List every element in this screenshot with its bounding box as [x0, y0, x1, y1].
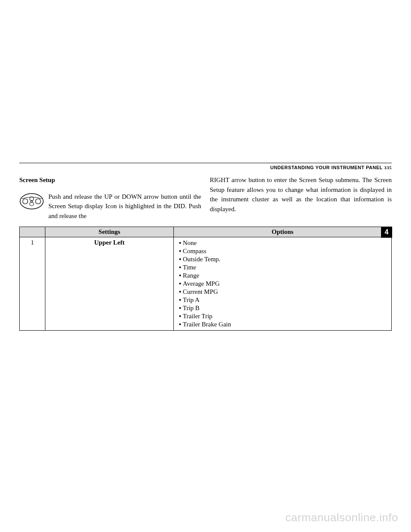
svg-point-0: [20, 194, 43, 209]
svg-point-2: [36, 199, 41, 204]
settings-table: Settings Options 1 Upper Left None Compa…: [19, 227, 392, 331]
option-item: Compass: [179, 247, 388, 255]
option-item: Average MPG: [179, 280, 388, 288]
option-item: Trailer Trip: [179, 312, 388, 320]
option-item: Time: [179, 263, 388, 272]
row-options: None Compass Outside Temp. Time Range Av…: [174, 237, 392, 331]
table-row: 1 Upper Left None Compass Outside Temp. …: [20, 237, 392, 331]
dpad-icon: [19, 193, 44, 213]
page-header: UNDERSTANDING YOUR INSTRUMENT PANEL 335: [19, 165, 392, 170]
chapter-tab: 4: [381, 227, 392, 238]
option-item: Trip B: [179, 304, 388, 312]
option-item: Trailer Brake Gain: [179, 320, 388, 329]
header-section: UNDERSTANDING YOUR INSTRUMENT PANEL: [270, 165, 383, 170]
header-page-number: 335: [384, 165, 392, 170]
header-options: Options: [174, 227, 392, 237]
row-setting: Upper Left: [45, 237, 174, 331]
section-title: Screen Setup: [19, 175, 201, 185]
option-item: Current MPG: [179, 288, 388, 296]
right-paragraph: RIGHT arrow button to enter the Screen S…: [210, 175, 392, 214]
row-number: 1: [20, 237, 45, 331]
watermark: carmanualsonline.info: [286, 511, 398, 524]
header-settings: Settings: [45, 227, 174, 237]
option-item: None: [179, 239, 388, 247]
svg-point-1: [23, 199, 28, 204]
option-item: Range: [179, 272, 388, 280]
table-header-row: Settings Options: [20, 227, 392, 237]
header-blank: [20, 227, 45, 237]
option-item: Trip A: [179, 296, 388, 304]
left-paragraph: Push and release the UP or DOWN arrow bu…: [48, 192, 201, 221]
top-rule: [19, 163, 392, 163]
option-item: Outside Temp.: [179, 255, 388, 263]
